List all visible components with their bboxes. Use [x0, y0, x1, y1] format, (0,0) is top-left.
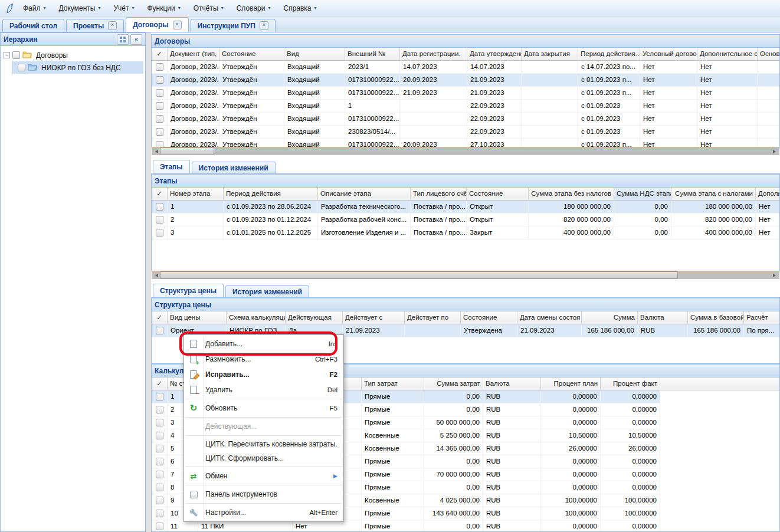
- scroll-left-icon[interactable]: [152, 271, 160, 279]
- tab[interactable]: История изменений: [225, 285, 309, 297]
- menubar-item[interactable]: Функции▾: [140, 2, 186, 15]
- scrollbar-thumb[interactable]: [160, 271, 678, 279]
- column-header[interactable]: Номер этапа: [168, 188, 224, 200]
- column-header[interactable]: Внешний №: [345, 48, 400, 60]
- column-header[interactable]: Процент план: [541, 377, 601, 390]
- row-checkbox[interactable]: [156, 432, 163, 439]
- menubar-item[interactable]: Отчёты▾: [187, 2, 230, 15]
- column-header[interactable]: Состояние: [467, 188, 529, 200]
- table-row[interactable]: Договор, 2023/...УтверждёнВходящий017310…: [152, 113, 779, 126]
- row-checkbox[interactable]: [156, 510, 163, 517]
- row-checkbox[interactable]: [156, 419, 163, 426]
- column-header[interactable]: Дата закрытия: [522, 48, 578, 60]
- select-all-header[interactable]: ✓: [152, 311, 168, 324]
- select-all-header[interactable]: ✓: [152, 48, 168, 60]
- menubar-item[interactable]: Словари▾: [230, 2, 277, 15]
- tree-checkbox[interactable]: [18, 64, 25, 71]
- tab[interactable]: Этапы: [153, 160, 190, 173]
- row-checkbox[interactable]: [156, 327, 163, 334]
- grid-view-icon[interactable]: [117, 34, 129, 45]
- row-checkbox[interactable]: [156, 471, 163, 478]
- row-checkbox[interactable]: [156, 484, 163, 491]
- column-header[interactable]: Период действия: [224, 188, 318, 200]
- column-header[interactable]: Документ (тип, №: [168, 48, 219, 60]
- column-header[interactable]: Условный договор: [640, 48, 697, 60]
- row-checkbox[interactable]: [156, 216, 163, 224]
- tree-checkbox[interactable]: [12, 51, 20, 59]
- table-row[interactable]: Договор, 2023/...УтверждёнВходящий230823…: [152, 126, 779, 139]
- tab[interactable]: История изменений: [192, 162, 276, 173]
- column-header[interactable]: Расчёт: [744, 311, 780, 324]
- tab-close-icon[interactable]: ×: [173, 21, 182, 29]
- table-row[interactable]: 1с 01.09.2023 по 28.06.2024Разработка те…: [152, 201, 779, 214]
- column-header[interactable]: Валюта: [483, 377, 541, 390]
- column-header[interactable]: Дата утверждения: [467, 48, 522, 60]
- tab[interactable]: Инструкции ПУП×: [191, 19, 276, 32]
- menu-item[interactable]: Исправить...F2: [184, 367, 343, 382]
- table-row[interactable]: Договор, 2023/...УтверждёнВходящий2023/1…: [152, 61, 779, 74]
- tree-node-root[interactable]: − Договоры: [2, 49, 143, 61]
- menubar-item[interactable]: Файл▾: [17, 2, 53, 15]
- row-checkbox[interactable]: [156, 102, 163, 110]
- row-checkbox[interactable]: [156, 141, 163, 147]
- column-header[interactable]: Сумма этапа без налогов: [529, 188, 614, 200]
- menu-item[interactable]: Добавить...Ins: [184, 336, 343, 352]
- column-header[interactable]: Состояние: [461, 311, 517, 324]
- menubar-item[interactable]: Учёт▾: [107, 2, 140, 15]
- column-header[interactable]: Период действия..: [578, 48, 640, 60]
- menu-item[interactable]: ЦИТК. Сформировать...: [184, 451, 343, 465]
- row-checkbox[interactable]: [156, 445, 163, 452]
- menu-item[interactable]: Панель инструментов: [184, 487, 343, 502]
- column-header[interactable]: Сумма в базовой в: [688, 311, 744, 324]
- row-checkbox[interactable]: [156, 203, 163, 211]
- column-header[interactable]: Схема калькуляци: [227, 311, 286, 324]
- scroll-left-icon[interactable]: [152, 147, 160, 155]
- column-header[interactable]: Действует с: [343, 311, 405, 324]
- column-header[interactable]: Валюта: [638, 311, 688, 324]
- column-header[interactable]: Сумма: [582, 311, 638, 324]
- row-checkbox[interactable]: [156, 229, 163, 237]
- table-row[interactable]: Договор, 2023/...УтверждёнВходящий122.09…: [152, 100, 779, 113]
- column-header[interactable]: Сумма затрат: [424, 377, 483, 390]
- column-header[interactable]: Тип затрат: [362, 377, 424, 390]
- menu-item[interactable]: ⇄Обмен▶: [184, 468, 343, 484]
- row-checkbox[interactable]: [156, 115, 163, 123]
- tree-node-niokr[interactable]: НИОКР по ГОЗ без НДС: [12, 61, 143, 74]
- scroll-right-icon[interactable]: [771, 271, 779, 279]
- table-row[interactable]: 1111 ПКИНетПрямые0,00RUB0,000000,00000: [152, 520, 660, 532]
- table-row[interactable]: Договор, 2023/...УтверждёнВходящий017310…: [152, 74, 779, 87]
- tab-close-icon[interactable]: ×: [108, 21, 117, 30]
- column-header[interactable]: Дополн: [756, 188, 780, 200]
- stages-hscrollbar[interactable]: [152, 271, 779, 279]
- column-header[interactable]: Описание этапа: [318, 188, 411, 200]
- tab[interactable]: Договоры×: [126, 17, 188, 32]
- row-checkbox[interactable]: [156, 128, 163, 136]
- contracts-hscrollbar[interactable]: [152, 147, 779, 155]
- column-header[interactable]: Вид цены: [168, 311, 227, 324]
- row-checkbox[interactable]: [156, 63, 163, 71]
- column-header[interactable]: Сумма этапа с налогами: [671, 188, 756, 200]
- column-header[interactable]: Вид: [284, 48, 345, 60]
- menu-item[interactable]: +Размножить...Ctrl+F3: [184, 352, 343, 367]
- tree-node-label[interactable]: НИОКР по ГОЗ без НДС: [40, 63, 123, 73]
- menu-item[interactable]: Действующая...: [184, 419, 343, 434]
- scroll-right-icon[interactable]: [771, 147, 779, 155]
- scrollbar-thumb[interactable]: [160, 147, 214, 155]
- tab[interactable]: Рабочий стол: [2, 19, 64, 32]
- row-checkbox[interactable]: [156, 76, 163, 84]
- column-header[interactable]: Состояние: [219, 48, 284, 60]
- menu-item[interactable]: ↻ОбновитьF5: [184, 400, 343, 416]
- table-row[interactable]: 3с 01.01.2025 по 01.12.2025Изготовление …: [152, 226, 779, 239]
- table-row[interactable]: 2с 01.09.2023 по 01.12.2024Разработка ра…: [152, 214, 779, 226]
- tab-close-icon[interactable]: ×: [260, 21, 268, 30]
- column-header[interactable]: Основн: [758, 48, 780, 60]
- expander-minus-icon[interactable]: −: [4, 52, 10, 58]
- menu-item[interactable]: ЦИТК. Пересчитать косвенные затраты...: [184, 437, 343, 451]
- column-header[interactable]: Действующая: [286, 311, 343, 324]
- column-header[interactable]: Дата регистрации.: [400, 48, 467, 60]
- row-checkbox[interactable]: [156, 89, 163, 97]
- table-row[interactable]: Договор, 2023/...УтверждёнВходящий017310…: [152, 139, 779, 147]
- menu-item[interactable]: −УдалитьDel: [184, 382, 343, 398]
- column-header[interactable]: Дополнительное с: [697, 48, 758, 60]
- splitter[interactable]: [146, 32, 151, 532]
